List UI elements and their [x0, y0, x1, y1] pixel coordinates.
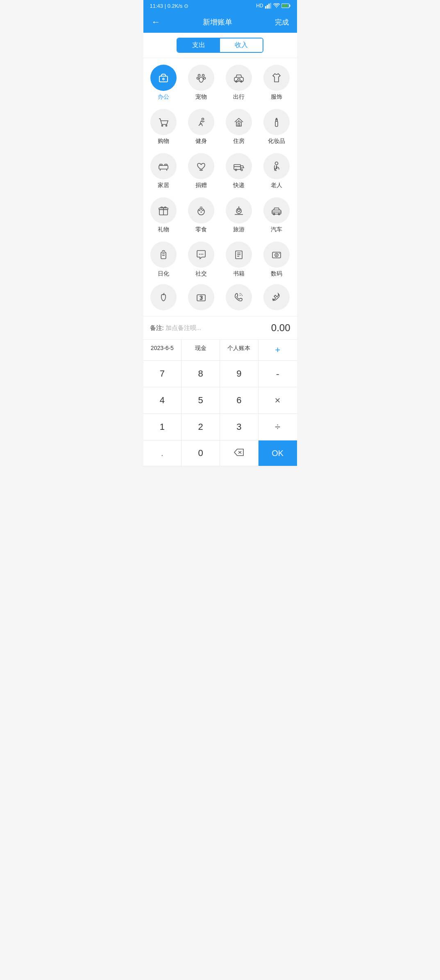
furniture-label: 家居: [158, 182, 169, 189]
category-finance[interactable]: [184, 284, 218, 313]
repair-icon: [263, 284, 290, 310]
travel-label: 出行: [233, 93, 245, 101]
category-cosmetics[interactable]: 化妆品: [259, 109, 294, 145]
svg-rect-2: [268, 4, 270, 9]
category-clothing[interactable]: 服饰: [259, 65, 294, 101]
donation-label: 捐赠: [195, 182, 207, 189]
housing-label: 住房: [233, 138, 245, 145]
svg-point-55: [202, 254, 203, 255]
tourism-icon: [226, 197, 252, 224]
svg-point-40: [199, 210, 200, 211]
svg-rect-21: [238, 124, 240, 126]
tab-income[interactable]: 收入: [220, 38, 263, 52]
social-label: 社交: [195, 270, 207, 278]
svg-point-12: [204, 77, 206, 79]
category-office[interactable]: 办公: [147, 65, 181, 101]
svg-point-41: [201, 209, 202, 210]
btn-divide[interactable]: ÷: [259, 414, 297, 440]
btn-3[interactable]: 3: [220, 414, 259, 440]
category-pet[interactable]: 宠物: [184, 65, 218, 101]
svg-point-19: [202, 118, 204, 120]
btn-8[interactable]: 8: [181, 361, 220, 387]
svg-rect-28: [165, 164, 167, 165]
btn-4[interactable]: 4: [143, 387, 182, 413]
svg-point-18: [166, 125, 167, 126]
category-elderly[interactable]: 老人: [259, 153, 294, 189]
plus-cell[interactable]: +: [259, 340, 297, 360]
svg-rect-27: [160, 164, 162, 165]
category-daily[interactable]: 日化: [147, 242, 181, 278]
payment-cell[interactable]: 现金: [181, 340, 220, 360]
category-housing[interactable]: 住房: [222, 109, 256, 145]
furniture-icon: [150, 153, 177, 179]
account-cell[interactable]: 个人账本: [220, 340, 259, 360]
done-button[interactable]: 完成: [273, 16, 290, 29]
express-icon: [226, 153, 252, 179]
battery-icon: [281, 3, 290, 8]
office-icon: [150, 65, 177, 91]
tab-container: 支出 收入: [177, 38, 263, 53]
category-books[interactable]: 书籍: [222, 242, 256, 278]
svg-point-63: [279, 253, 280, 254]
svg-point-42: [202, 210, 204, 211]
tab-expense[interactable]: 支出: [177, 38, 220, 52]
category-snack[interactable]: 零食: [184, 197, 218, 233]
btn-7[interactable]: 7: [143, 361, 182, 387]
btn-9[interactable]: 9: [220, 361, 259, 387]
btn-1[interactable]: 1: [143, 414, 182, 440]
tab-bar: 支出 收入: [143, 33, 297, 58]
note-bar: 备注: 加点备注呗... 0.00: [143, 316, 297, 340]
category-phone[interactable]: [222, 284, 256, 313]
category-express[interactable]: 快递: [222, 153, 256, 189]
btn-delete[interactable]: [220, 440, 259, 466]
category-food[interactable]: [147, 284, 181, 313]
category-car[interactable]: 汽车: [259, 197, 294, 233]
category-donation[interactable]: 捐赠: [184, 153, 218, 189]
svg-point-43: [201, 212, 202, 213]
svg-rect-7: [159, 76, 168, 82]
status-bar: 11:43 | 0.2K/s ⊙ HD: [143, 0, 297, 11]
btn-multiply[interactable]: ×: [259, 387, 297, 413]
btn-6[interactable]: 6: [220, 387, 259, 413]
calc-row-4: . 0 OK: [143, 440, 297, 466]
category-fitness[interactable]: 健身: [184, 109, 218, 145]
calc-row-3: 1 2 3 ÷: [143, 414, 297, 440]
category-furniture[interactable]: 家居: [147, 153, 181, 189]
note-input[interactable]: 加点备注呗...: [166, 324, 202, 332]
pet-icon: [188, 65, 214, 91]
elderly-icon: [263, 153, 290, 179]
btn-minus[interactable]: -: [259, 361, 297, 387]
category-shopping[interactable]: 购物: [147, 109, 181, 145]
categories-partial: [143, 284, 297, 316]
back-button[interactable]: ←: [150, 15, 162, 29]
car-label: 汽车: [271, 226, 282, 233]
header: ← 新增账单 完成: [143, 11, 297, 33]
date-cell[interactable]: 2023-6-5: [143, 340, 182, 360]
express-label: 快递: [233, 182, 245, 189]
svg-point-22: [238, 120, 239, 122]
category-tourism[interactable]: 旅游: [222, 197, 256, 233]
category-travel[interactable]: 出行: [222, 65, 256, 101]
signal-icon: [265, 3, 272, 9]
calc-row-1: 7 8 9 -: [143, 361, 297, 387]
daily-label: 日化: [158, 270, 169, 278]
btn-0[interactable]: 0: [181, 440, 220, 466]
svg-rect-26: [159, 165, 168, 169]
svg-point-32: [235, 169, 237, 171]
amount-display: 0.00: [271, 322, 290, 334]
snack-icon: [188, 197, 214, 224]
btn-ok[interactable]: OK: [259, 440, 297, 466]
btn-5[interactable]: 5: [181, 387, 220, 413]
category-repair[interactable]: [259, 284, 294, 313]
category-social[interactable]: 社交: [184, 242, 218, 278]
btn-2[interactable]: 2: [181, 414, 220, 440]
btn-dot[interactable]: .: [143, 440, 182, 466]
tourism-label: 旅游: [233, 226, 245, 233]
category-gift[interactable]: 礼物: [147, 197, 181, 233]
status-icons: HD: [256, 3, 290, 9]
svg-point-53: [199, 254, 200, 255]
svg-rect-25: [276, 118, 277, 120]
digital-icon: [263, 242, 290, 268]
svg-point-35: [275, 162, 278, 165]
category-digital[interactable]: 数码: [259, 242, 294, 278]
